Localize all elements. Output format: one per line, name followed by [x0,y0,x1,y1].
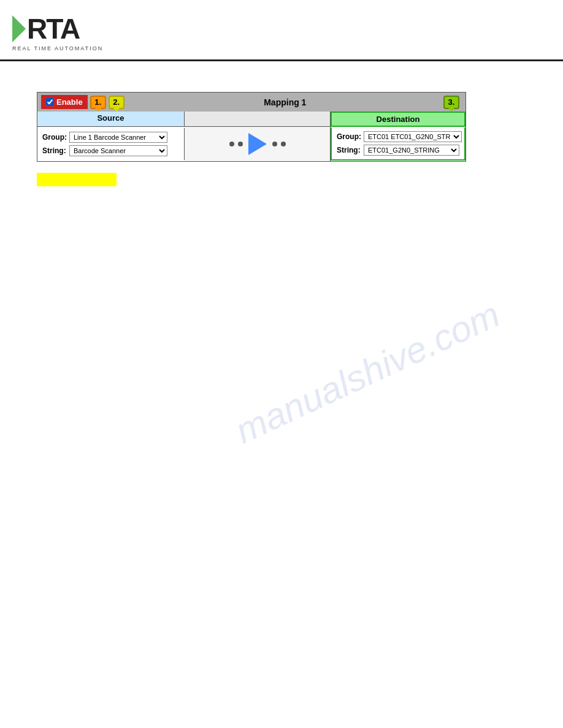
page-header: RTA REAL TIME AUTOMATION [0,0,563,61]
mapping-title-row: Enable 1. 2. Mapping 1 3. [37,93,465,112]
source-group-row: Group: Line 1 Barcode Scanner [42,132,179,143]
dot-3 [272,142,277,146]
source-string-row: String: Barcode Scanner [42,145,179,156]
dot-4 [281,142,286,146]
logo-text: RTA [27,15,79,43]
enable-label: Enable [56,97,83,107]
middle-header [185,112,331,127]
middle-arrow-area [185,127,331,161]
watermark: manualshive.com [229,293,506,452]
mapping-title: Mapping 1 [127,97,443,107]
yellow-highlight-bar [37,173,117,186]
logo-arrow-icon [12,15,26,42]
dest-group-select[interactable]: ETC01 ETC01_G2N0_STRIN [364,131,462,142]
badge-1: 1. [90,96,106,109]
source-group-label: Group: [42,133,67,142]
enable-container[interactable]: Enable [41,95,88,109]
dest-group-label: Group: [337,132,361,141]
mapping-container: Enable 1. 2. Mapping 1 3. Source Destina… [37,92,466,162]
source-fields: Group: Line 1 Barcode Scanner String: Ba… [37,128,185,160]
main-content: Enable 1. 2. Mapping 1 3. Source Destina… [0,61,563,205]
destination-fields: Group: ETC01 ETC01_G2N0_STRIN String: ET… [331,127,465,161]
logo-graphic: RTA [12,15,79,43]
dest-string-row: String: ETC01_G2N0_STRING [337,145,459,156]
source-string-label: String: [42,146,67,155]
dot-1 [229,142,234,146]
badge-3: 3. [443,96,459,109]
logo-subtitle: REAL TIME AUTOMATION [12,45,103,51]
dest-string-label: String: [337,146,361,154]
source-string-select[interactable]: Barcode Scanner [69,145,167,156]
dot-2 [238,142,243,146]
logo: RTA REAL TIME AUTOMATION [12,15,103,51]
destination-header: Destination [331,112,465,127]
source-header: Source [37,112,185,127]
mapping-data-row: Group: Line 1 Barcode Scanner String: Ba… [37,127,465,161]
dest-string-select[interactable]: ETC01_G2N0_STRING [364,145,459,156]
arrow-right-icon [248,133,267,155]
source-group-select[interactable]: Line 1 Barcode Scanner [69,132,167,143]
mapping-columns-header: Source Destination [37,112,465,127]
dest-group-row: Group: ETC01 ETC01_G2N0_STRIN [337,131,459,142]
enable-checkbox[interactable] [46,98,54,106]
badge-2: 2. [109,96,124,109]
